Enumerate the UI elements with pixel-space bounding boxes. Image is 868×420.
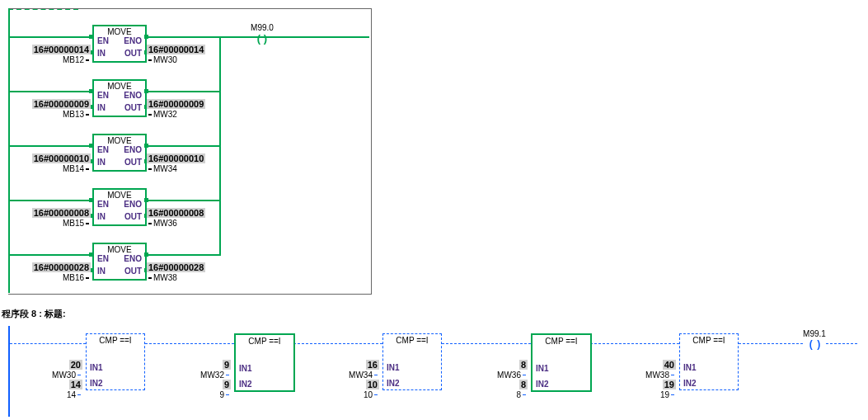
wire-to-coil-r — [274, 36, 369, 38]
port-in: IN — [97, 158, 106, 167]
port-en: EN — [97, 200, 109, 209]
move-block: MOVE ENENO INOUT — [92, 243, 147, 281]
wire-in — [10, 254, 92, 256]
out-sym: MW38 — [153, 273, 177, 282]
port-eno: ENO — [124, 145, 142, 154]
wire — [145, 343, 234, 344]
sym: 19 — [660, 390, 669, 399]
cmp4-in1: 40MW38 — [630, 360, 676, 380]
block-title: CMP ==I — [533, 335, 590, 347]
port-eno: ENO — [124, 91, 142, 100]
port-in: IN — [97, 212, 106, 221]
out-hex: 16#00000009 — [147, 99, 205, 109]
move-block: MOVE ENENO INOUT — [92, 134, 147, 172]
port-in2: IN2 — [533, 378, 590, 390]
wire — [739, 343, 803, 344]
port-eno: ENO — [124, 254, 142, 263]
val: 8 — [519, 380, 528, 389]
port-out: OUT — [124, 103, 142, 112]
wire-out — [145, 254, 221, 256]
wire — [442, 343, 531, 344]
port-out: OUT — [124, 267, 142, 276]
port-out: OUT — [124, 158, 142, 167]
sym: MW32 — [200, 370, 224, 380]
wire-in — [10, 91, 92, 92]
pin — [89, 89, 93, 93]
wire-out — [145, 145, 221, 147]
wire-in — [10, 200, 92, 201]
sym: 9 — [219, 390, 224, 399]
block-title: MOVE — [94, 135, 145, 145]
cmp3-in2: 88 — [481, 380, 528, 399]
in-hex: 16#00000008 — [32, 208, 91, 218]
port-in1: IN1 — [533, 362, 590, 375]
out-hex: 16#00000028 — [147, 262, 205, 272]
wire — [293, 343, 382, 344]
cmp0-in1: 20MW30 — [36, 360, 82, 380]
port-in2: IN2 — [383, 377, 441, 389]
wire — [590, 343, 679, 344]
network8-label: 程序段 8 : 标题: — [2, 308, 66, 320]
out-sym: MW30 — [153, 55, 177, 64]
val: 9 — [223, 380, 231, 389]
in-hex: 16#00000028 — [32, 262, 91, 272]
port-in: IN — [97, 49, 106, 58]
out-value: 16#00000028MW38 — [147, 262, 237, 282]
val: 9 — [223, 360, 231, 370]
block-title: MOVE — [94, 26, 145, 36]
port-en: EN — [97, 254, 109, 263]
port-in1: IN1 — [680, 361, 738, 374]
cmp4-in2: 1919 — [630, 380, 676, 399]
in-hex: 16#00000014 — [32, 45, 91, 54]
coil-address-8: M99.1 — [790, 329, 839, 338]
in-value: 16#00000009MB13 — [8, 99, 91, 119]
move-block: MOVE ENENO INOUT — [92, 188, 147, 226]
in-hex: 16#00000009 — [32, 99, 91, 109]
sym: MW38 — [645, 370, 669, 380]
block-title: CMP ==I — [236, 335, 293, 347]
coil-symbol-8: ( ) — [803, 338, 828, 350]
wire-to-coil-l — [224, 36, 251, 38]
val: 20 — [69, 360, 82, 370]
plc-ladder-canvas: MOVE EN ENO IN OUT 16#00000014 MB12 16#0… — [0, 0, 868, 420]
cmp-block-2: CMP ==I IN1 IN2 — [382, 333, 442, 390]
sym: MW30 — [52, 370, 76, 380]
val: 40 — [663, 360, 676, 370]
pin — [89, 144, 93, 148]
port-eno: ENO — [124, 36, 142, 45]
in-value: 16#00000014 MB12 — [8, 45, 91, 64]
out-value: 16#00000008MW36 — [147, 208, 237, 228]
block-title: MOVE — [94, 190, 145, 200]
port-en: EN — [97, 91, 109, 100]
in-value: 16#00000008MB15 — [8, 208, 91, 228]
in-sym: MB13 — [63, 110, 84, 119]
move-block: MOVE EN ENO IN OUT — [92, 25, 147, 63]
move-block: MOVE ENENO INOUT — [92, 79, 147, 117]
wire — [10, 343, 86, 344]
out-value: 16#00000010MW34 — [147, 153, 237, 173]
sym: 14 — [67, 390, 76, 399]
cmp-block-4: CMP ==I IN1 IN2 — [679, 333, 739, 390]
val: 19 — [663, 380, 676, 389]
val: 14 — [69, 380, 82, 389]
out-hex: 16#00000014 — [147, 45, 205, 54]
network8-power-rail — [8, 326, 10, 417]
wire-in — [10, 36, 92, 38]
out-hex: 16#00000008 — [147, 208, 205, 218]
cmp2-in2: 1010 — [333, 380, 379, 399]
wire-in — [10, 145, 92, 147]
out-sym: MW34 — [153, 164, 177, 173]
cmp2-in1: 16MW34 — [333, 360, 379, 380]
port-en: EN — [97, 36, 109, 45]
in-value: 16#00000028MB16 — [8, 262, 91, 282]
out-hex: 16#00000010 — [147, 153, 205, 163]
port-in: IN — [97, 103, 106, 112]
port-in2: IN2 — [680, 377, 738, 389]
sym: 8 — [516, 390, 521, 399]
block-title: MOVE — [94, 81, 145, 91]
in-sym: MB14 — [63, 164, 84, 173]
port-en: EN — [97, 145, 109, 154]
wire-eno-join — [219, 36, 221, 254]
pin — [89, 198, 93, 202]
in-value: 16#00000010MB14 — [8, 153, 91, 173]
